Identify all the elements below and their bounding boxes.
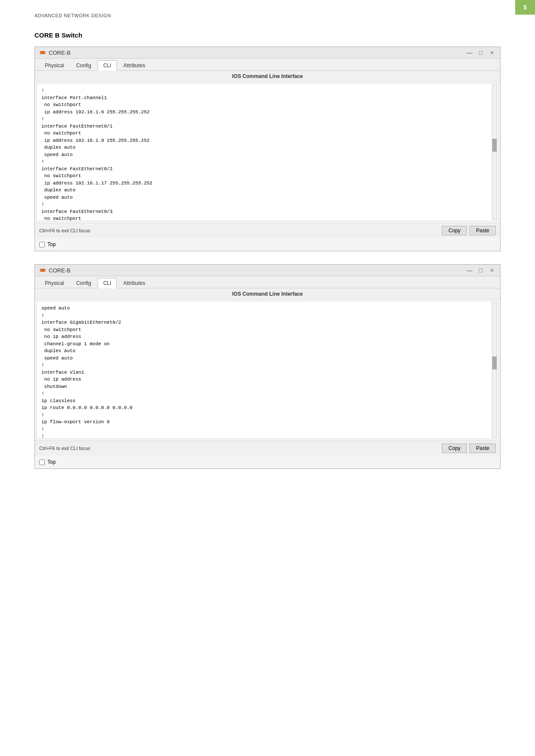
top-label-1: Top [47, 241, 56, 247]
window-1-tabbar: Physical Config CLI Attributes [35, 59, 500, 71]
cli-bottom-2: Ctrl+F6 to exit CLI focus Copy Paste [35, 440, 500, 456]
cli-textarea-2[interactable]: speed auto ! interface GigabitEthernet0/… [37, 301, 498, 439]
tab-physical-1[interactable]: Physical [39, 60, 70, 70]
window-2-titlebar: CORE-B — □ × [35, 265, 500, 276]
cli-buttons-1: Copy Paste [442, 226, 496, 235]
copy-button-2[interactable]: Copy [442, 444, 467, 453]
top-row-2: Top [35, 456, 500, 469]
page-header-label: ADVANCED NETWORK DESIGN [34, 13, 111, 18]
cli-content-2: speed auto ! interface GigabitEthernet0/… [41, 305, 494, 439]
cli-hint-1: Ctrl+F6 to exit CLI focus [39, 228, 90, 233]
svg-point-2 [44, 52, 45, 53]
window-1-controls: — □ × [466, 49, 496, 56]
tab-cli-1[interactable]: CLI [97, 60, 117, 71]
scrollbar-2[interactable] [492, 302, 497, 437]
window-2: CORE-B — □ × Physical Config CLI Attribu… [34, 264, 501, 469]
cli-content-1: ! interface Port-channel1 no switchport … [41, 87, 494, 221]
cli-bottom-1: Ctrl+F6 to exit CLI focus Copy Paste [35, 223, 500, 238]
copy-button-1[interactable]: Copy [442, 226, 467, 235]
restore-button-2[interactable]: □ [477, 267, 485, 274]
window-2-tabbar: Physical Config CLI Attributes [35, 276, 500, 288]
scrollbar-thumb-2[interactable] [492, 356, 497, 369]
window-2-controls: — □ × [466, 267, 496, 274]
router-icon-2 [39, 267, 46, 274]
cli-hint-2: Ctrl+F6 to exit CLI focus [39, 446, 90, 451]
paste-button-2[interactable]: Paste [469, 444, 496, 453]
top-checkbox-2[interactable] [39, 459, 45, 465]
scrollbar-1[interactable] [492, 84, 497, 220]
tab-config-2[interactable]: Config [71, 278, 97, 288]
svg-point-4 [41, 270, 41, 271]
tab-config-1[interactable]: Config [71, 60, 97, 70]
section-title: CORE B Switch [34, 31, 501, 39]
close-button-2[interactable]: × [488, 267, 496, 274]
top-row-1: Top [35, 238, 500, 251]
router-icon [39, 49, 46, 56]
restore-button-1[interactable]: □ [477, 49, 485, 56]
svg-point-5 [44, 270, 45, 271]
window-2-title-area: CORE-B [39, 267, 71, 274]
window-1-titlebar: CORE-B — □ × [35, 47, 500, 59]
svg-point-1 [41, 52, 41, 53]
cli-heading-1: IOS Command Line Interface [35, 71, 500, 81]
tab-attributes-2[interactable]: Attributes [118, 278, 151, 288]
cli-textarea-1[interactable]: ! interface Port-channel1 no switchport … [37, 83, 498, 221]
window-2-title: CORE-B [49, 267, 71, 274]
top-checkbox-1[interactable] [39, 242, 45, 247]
top-label-2: Top [47, 459, 56, 465]
window-1: CORE-B — □ × Physical Config CLI Attribu… [34, 47, 501, 251]
window-1-title-area: CORE-B [39, 49, 71, 56]
tab-physical-2[interactable]: Physical [39, 278, 70, 288]
scrollbar-thumb-1[interactable] [492, 139, 497, 152]
paste-button-1[interactable]: Paste [469, 226, 496, 235]
tab-attributes-1[interactable]: Attributes [118, 60, 151, 70]
window-1-title: CORE-B [49, 50, 71, 56]
close-button-1[interactable]: × [488, 49, 496, 56]
minimize-button-1[interactable]: — [466, 49, 473, 56]
cli-heading-2: IOS Command Line Interface [35, 288, 500, 299]
minimize-button-2[interactable]: — [466, 267, 473, 274]
tab-cli-2[interactable]: CLI [97, 278, 117, 288]
cli-buttons-2: Copy Paste [442, 444, 496, 453]
